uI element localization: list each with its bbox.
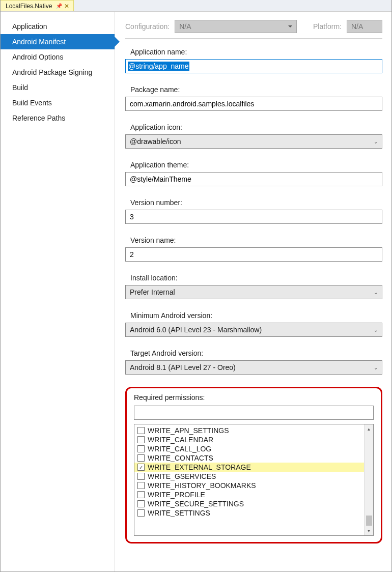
sidebar-item-build-events[interactable]: Build Events: [1, 95, 115, 110]
sidebar: ApplicationAndroid ManifestAndroid Optio…: [1, 12, 115, 571]
permission-item[interactable]: WRITE_CALENDAR: [134, 435, 364, 444]
checkbox-icon[interactable]: [137, 454, 145, 462]
permissions-label: Required permissions:: [134, 393, 374, 402]
permission-item[interactable]: WRITE_HISTORY_BOOKMARKS: [134, 481, 364, 490]
close-icon[interactable]: ✕: [64, 3, 69, 10]
app-theme-label: Application theme:: [125, 161, 382, 169]
configuration-label: Configuration:: [125, 22, 170, 31]
permission-label: WRITE_CONTACTS: [148, 454, 213, 462]
permissions-filter-input[interactable]: [134, 406, 374, 420]
configuration-select: N/A: [175, 20, 297, 33]
permission-label: WRITE_CALENDAR: [148, 436, 213, 444]
checkbox-icon[interactable]: [137, 491, 145, 498]
min-android-label: Minimum Android version:: [125, 311, 382, 320]
min-android-select[interactable]: Android 6.0 (API Level 23 - Marshmallow)…: [125, 323, 382, 337]
version-number-label: Version number:: [125, 198, 382, 207]
permission-item[interactable]: WRITE_SECURE_SETTINGS: [134, 499, 364, 508]
sidebar-item-application[interactable]: Application: [1, 19, 115, 34]
version-number-input[interactable]: [125, 210, 382, 224]
permission-label: WRITE_SETTINGS: [148, 509, 210, 517]
app-icon-select[interactable]: @drawable/icon ⌄: [125, 134, 382, 149]
checkbox-icon[interactable]: [137, 427, 145, 434]
permission-label: WRITE_GSERVICES: [148, 472, 216, 480]
chevron-down-icon: ⌄: [374, 327, 378, 333]
permission-item[interactable]: WRITE_PROFILE: [134, 490, 364, 499]
package-name-label: Package name:: [125, 85, 382, 94]
sidebar-item-android-options[interactable]: Android Options: [1, 49, 115, 65]
scroll-up-icon[interactable]: ▲: [367, 425, 371, 433]
app-name-label: Application name:: [125, 48, 382, 56]
permissions-section: Required permissions: WRITE_APN_SETTINGS…: [125, 387, 382, 544]
version-name-input[interactable]: [125, 247, 382, 262]
chevron-down-icon: ⌄: [374, 365, 378, 370]
scrollbar[interactable]: ▲ ▼: [364, 424, 373, 535]
install-location-label: Install location:: [125, 274, 382, 282]
checkbox-icon[interactable]: ✓: [137, 464, 145, 471]
install-location-select[interactable]: Prefer Internal ⌄: [125, 285, 382, 299]
checkbox-icon[interactable]: [137, 500, 145, 507]
platform-label: Platform:: [313, 22, 342, 31]
checkbox-icon[interactable]: [137, 436, 145, 443]
target-android-select[interactable]: Android 8.1 (API Level 27 - Oreo) ⌄: [125, 360, 382, 375]
config-row: Configuration: N/A Platform: N/A: [125, 20, 382, 39]
tab-title: LocalFiles.Native: [6, 3, 52, 10]
sidebar-item-android-package-signing[interactable]: Android Package Signing: [1, 65, 115, 80]
app-icon-label: Application icon:: [125, 123, 382, 131]
permission-label: WRITE_PROFILE: [148, 491, 205, 499]
permission-item[interactable]: WRITE_CALL_LOG: [134, 444, 364, 453]
sidebar-item-android-manifest[interactable]: Android Manifest: [1, 34, 115, 49]
checkbox-icon[interactable]: [137, 482, 145, 489]
platform-select: N/A: [347, 20, 382, 33]
permissions-list: WRITE_APN_SETTINGSWRITE_CALENDARWRITE_CA…: [134, 424, 374, 536]
chevron-down-icon: ⌄: [374, 139, 378, 145]
sidebar-item-build[interactable]: Build: [1, 80, 115, 95]
package-name-input[interactable]: [125, 97, 382, 111]
app-name-input[interactable]: @string/app_name: [125, 59, 382, 73]
permission-item[interactable]: WRITE_APN_SETTINGS: [134, 426, 364, 435]
tab-bar: LocalFiles.Native 📌 ✕: [1, 0, 391, 12]
version-name-label: Version name:: [125, 236, 382, 244]
permission-label: WRITE_HISTORY_BOOKMARKS: [148, 481, 256, 490]
permission-label: WRITE_APN_SETTINGS: [148, 426, 229, 435]
sidebar-item-reference-paths[interactable]: Reference Paths: [1, 110, 115, 126]
permission-item[interactable]: WRITE_CONTACTS: [134, 453, 364, 463]
chevron-down-icon: [288, 25, 292, 27]
target-android-label: Target Android version:: [125, 349, 382, 357]
scroll-down-icon[interactable]: ▼: [367, 527, 371, 535]
permission-item[interactable]: ✓WRITE_EXTERNAL_STORAGE: [134, 463, 364, 472]
content-pane: Configuration: N/A Platform: N/A Applica…: [115, 12, 391, 571]
chevron-down-icon: ⌄: [374, 290, 378, 295]
permission-label: WRITE_EXTERNAL_STORAGE: [148, 463, 251, 471]
tab-localfiles[interactable]: LocalFiles.Native 📌 ✕: [1, 0, 74, 11]
app-theme-input[interactable]: [125, 172, 382, 186]
permission-item[interactable]: WRITE_GSERVICES: [134, 472, 364, 481]
pin-icon[interactable]: 📌: [56, 3, 62, 9]
permission-label: WRITE_CALL_LOG: [148, 445, 211, 453]
scroll-thumb[interactable]: [366, 516, 372, 526]
checkbox-icon[interactable]: [137, 509, 145, 517]
permission-item[interactable]: WRITE_SETTINGS: [134, 508, 364, 518]
checkbox-icon[interactable]: [137, 473, 145, 480]
checkbox-icon[interactable]: [137, 445, 145, 452]
permission-label: WRITE_SECURE_SETTINGS: [148, 500, 244, 508]
